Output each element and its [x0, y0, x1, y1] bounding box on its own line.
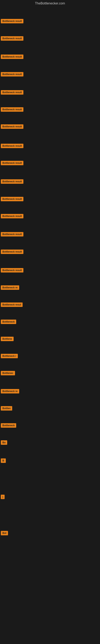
bottleneck-item: Bottleneck result [1, 250, 23, 255]
bottleneck-badge: Bottlen [1, 406, 12, 410]
bottleneck-item: Bottleneck result [1, 179, 23, 184]
bottleneck-badge: Bot [1, 531, 8, 535]
bottleneck-item: Bottleneck result [1, 107, 23, 112]
bottleneck-badge: Bottleneck [1, 320, 16, 324]
bottleneck-item: Bottleneck result [1, 72, 23, 77]
bottleneck-item: Bottleneck result [1, 268, 23, 273]
bottleneck-item: Bottleneck result [1, 90, 23, 96]
bottleneck-badge: | [1, 495, 4, 499]
bottleneck-item: Bottleneck result [1, 54, 23, 60]
bottleneck-item: Bottleneck result [1, 197, 23, 202]
bottleneck-badge: Bottlenec [1, 371, 15, 375]
bottleneck-item: Bottleneck result [1, 161, 23, 166]
bottleneck-item: B [1, 458, 6, 464]
bottleneck-badge: Bottleneck result [1, 268, 23, 272]
bottleneck-item: Bottleneck resul [1, 302, 23, 308]
bottleneck-item: Bottlene [1, 337, 14, 342]
site-title: TheBottlenecker.com [0, 0, 100, 8]
bottleneck-item: | [1, 495, 4, 500]
bottleneck-item: Bottleneck r [1, 354, 18, 359]
bottleneck-item: Bottlen [1, 406, 12, 411]
bottleneck-item: Bottleneck result [1, 19, 23, 24]
bottleneck-item: Bottleneck result [1, 144, 23, 149]
bottleneck-item: Bottleneck re [1, 285, 19, 290]
bottleneck-item: Bottleneck result [1, 36, 23, 42]
bottleneck-badge: Bottleneck result [1, 250, 23, 254]
bottleneck-badge: Bo [1, 440, 7, 445]
bottleneck-badge: Bottleneck result [1, 90, 23, 94]
bottleneck-badge: Bottleneck result [1, 36, 23, 41]
bottleneck-badge: Bottleneck result [1, 54, 23, 59]
bottleneck-item: Bottleneck result [1, 214, 23, 219]
bottleneck-item: Bottleneck result [1, 124, 23, 130]
bottleneck-badge: Bottleneck result [1, 144, 23, 148]
bottleneck-item: Bottlenec [1, 371, 15, 376]
bottleneck-badge: Bottleneck result [1, 214, 23, 218]
bottleneck-badge: Bottleneck result [1, 107, 23, 112]
bottleneck-badge: Bottlene [1, 337, 14, 341]
bottleneck-item: Bottleneck [1, 423, 16, 428]
bottleneck-badge: Bottleneck [1, 423, 16, 428]
bottleneck-badge: Bottleneck resul [1, 302, 23, 307]
items-container: Bottleneck resultBottleneck resultBottle… [0, 8, 100, 642]
bottleneck-badge: Bottleneck re [1, 285, 19, 290]
bottleneck-badge: Bottleneck result [1, 179, 23, 184]
bottleneck-item: Bo [1, 440, 7, 446]
bottleneck-item: Bottleneck [1, 320, 16, 325]
bottleneck-badge: Bottleneck result [1, 124, 23, 129]
bottleneck-badge: Bottleneck result [1, 197, 23, 201]
bottleneck-badge: Bottleneck result [1, 232, 23, 236]
bottleneck-badge: Bottleneck r [1, 354, 18, 358]
bottleneck-item: Bottleneck re [1, 389, 19, 394]
bottleneck-badge: B [1, 458, 6, 463]
bottleneck-item: Bottleneck result [1, 232, 23, 237]
site-title-container: TheBottlenecker.com [0, 0, 100, 8]
bottleneck-item: Bot [1, 531, 8, 536]
bottleneck-badge: Bottleneck re [1, 389, 19, 394]
bottleneck-badge: Bottleneck result [1, 19, 23, 23]
bottleneck-badge: Bottleneck result [1, 161, 23, 165]
bottleneck-badge: Bottleneck result [1, 72, 23, 76]
